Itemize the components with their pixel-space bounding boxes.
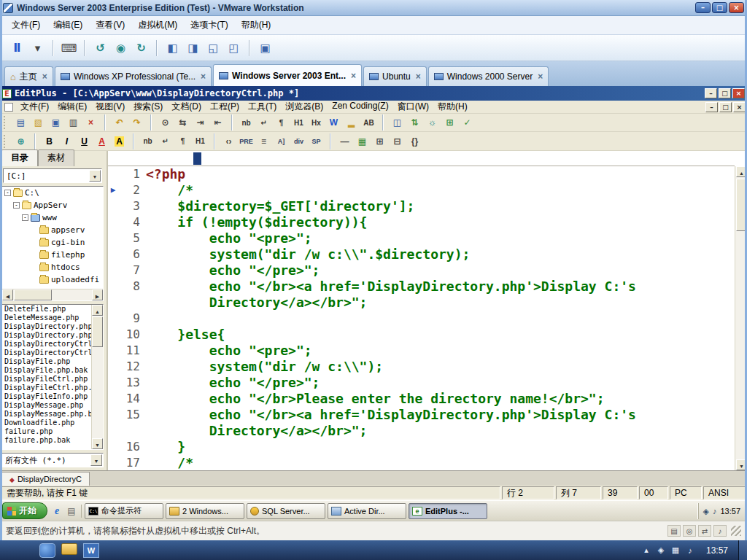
tree-expander-icon[interactable]: -: [4, 190, 11, 196]
host-start-button[interactable]: [39, 543, 55, 558]
resize-grip[interactable]: [731, 526, 741, 536]
mdi-restore-button[interactable]: [719, 102, 732, 112]
file-item[interactable]: DisplayMessage.php.b: [2, 410, 91, 419]
editor-vertical-scrollbar[interactable]: [735, 166, 747, 470]
tab-close-icon[interactable]: ×: [536, 71, 543, 82]
task-command-prompt[interactable]: C:\ 命令提示符: [85, 503, 163, 519]
italic-icon[interactable]: I: [58, 133, 75, 149]
editplus-menu-item[interactable]: 编辑(E): [53, 100, 91, 114]
cdrom-device-icon[interactable]: ◎: [683, 525, 696, 537]
mdi-close-button[interactable]: [733, 102, 746, 112]
tree-item[interactable]: appserv: [2, 224, 103, 236]
replace-icon[interactable]: ⇆: [174, 115, 191, 131]
close-file-icon[interactable]: ×: [82, 115, 99, 131]
mdi-minimize-button[interactable]: [705, 102, 718, 112]
code-area[interactable]: 1 <?php 2 /* 3 $directory=$_GET['directo…: [108, 166, 735, 470]
task-sql-server[interactable]: SQL Server...: [247, 503, 325, 519]
pre-tag-icon[interactable]: PRE: [238, 133, 255, 149]
nbsp-icon[interactable]: nb: [238, 115, 255, 131]
file-item[interactable]: failure.php: [2, 427, 91, 436]
tab-close-icon[interactable]: ×: [349, 71, 356, 81]
file-list-scrollbar[interactable]: [91, 305, 103, 449]
host-explorer-icon[interactable]: [61, 543, 77, 555]
scrollbar-thumb[interactable]: [736, 179, 747, 231]
font-color-icon[interactable]: A: [93, 133, 110, 149]
nbsp-tag-icon[interactable]: nb: [139, 133, 156, 149]
file-item[interactable]: DisplayFileInfo.php: [2, 392, 91, 401]
network-device-icon[interactable]: ⇄: [698, 525, 711, 537]
tree-item[interactable]: htdocs: [2, 261, 103, 273]
host-volume-icon[interactable]: ♪: [684, 543, 696, 558]
tree-item[interactable]: - www: [2, 211, 103, 224]
scroll-left-icon[interactable]: [2, 289, 13, 300]
hr-tag-icon[interactable]: —: [336, 133, 353, 149]
host-security-icon[interactable]: ◈: [655, 543, 667, 558]
tab-ubuntu[interactable]: Ubuntu ×: [363, 66, 427, 86]
script-tag-icon[interactable]: {}: [406, 133, 423, 149]
file-item[interactable]: DisplayDirectoryCtrl: [2, 340, 91, 349]
show-sidebar-button[interactable]: ◧: [163, 39, 182, 58]
editplus-menu-item[interactable]: 视图(V): [91, 100, 129, 114]
spell-check-icon[interactable]: AB: [360, 115, 377, 131]
scrollbar-thumb[interactable]: [14, 289, 52, 300]
editplus-menu-item[interactable]: Zen Coding(Z): [328, 100, 392, 114]
host-network-icon[interactable]: ▦: [670, 543, 681, 558]
tree-item[interactable]: cgi-bin: [2, 236, 103, 249]
suspend-button[interactable]: Ⅱ: [7, 39, 27, 58]
tab-directory[interactable]: 目录: [1, 149, 38, 166]
file-item[interactable]: DeleteMessage.php: [2, 314, 91, 322]
highlight-icon[interactable]: ▂: [343, 115, 360, 131]
scroll-right-icon[interactable]: [92, 289, 103, 300]
editplus-menu-item[interactable]: 文档(D): [167, 100, 206, 114]
font-tag-icon[interactable]: A]: [273, 133, 290, 149]
file-item[interactable]: failure.php.bak: [2, 436, 91, 445]
show-desktop-icon[interactable]: ▤: [65, 505, 78, 518]
undo-icon[interactable]: ↶: [111, 115, 128, 131]
fullscreen-button[interactable]: ◱: [204, 39, 223, 58]
check-icon[interactable]: ✓: [459, 115, 476, 131]
comment-tag-icon[interactable]: ‹›: [220, 133, 237, 149]
redo-icon[interactable]: ↷: [128, 115, 145, 131]
fullscreen-toggle-icon[interactable]: ◫: [389, 115, 406, 131]
search-icon[interactable]: ⊙: [157, 115, 174, 131]
file-item[interactable]: DisplayDirectoryCtrl: [2, 349, 91, 357]
scroll-down-icon[interactable]: [736, 459, 747, 470]
snapshot-revert-button[interactable]: ↺: [90, 39, 110, 58]
editplus-menu-item[interactable]: 帮助(H): [433, 100, 472, 114]
editplus-close-button[interactable]: [732, 88, 745, 98]
save-icon[interactable]: ▣: [47, 115, 64, 131]
hex-view-icon[interactable]: Hx: [308, 115, 325, 131]
editplus-menu-item[interactable]: 浏览器(B): [281, 100, 328, 114]
editplus-menu-item[interactable]: 工程(P): [206, 100, 244, 114]
tab-cliptext[interactable]: 素材: [38, 149, 74, 166]
file-item[interactable]: DisplayMessage.php: [2, 401, 91, 410]
tree-item[interactable]: - AppServ: [2, 199, 103, 211]
tab-windows-2000-server[interactable]: Windows 2000 Server ×: [428, 66, 549, 86]
vm-tray-volume-icon[interactable]: ♪: [713, 506, 717, 516]
tab-windows-xp-professional[interactable]: Windows XP Professional (Te... ×: [55, 66, 212, 86]
task-active-directory[interactable]: Active Dir...: [328, 503, 406, 519]
vmware-menu-item[interactable]: 虚拟机(M): [132, 17, 183, 34]
show-desktop-strip[interactable]: [738, 540, 747, 560]
tree-expander-icon[interactable]: -: [13, 202, 20, 209]
highlight-color-icon[interactable]: A: [111, 133, 128, 149]
editplus-menu-item[interactable]: 窗口(W): [393, 100, 433, 114]
file-item[interactable]: DisplayFileCtrl.php.: [2, 384, 91, 392]
sound-device-icon[interactable]: ♪: [713, 525, 727, 537]
soft-break-icon[interactable]: ↵: [255, 115, 272, 131]
file-item[interactable]: DisplayDirectory.php: [2, 331, 91, 340]
tree-item[interactable]: filephp: [2, 249, 103, 261]
tab-close-icon[interactable]: ×: [414, 71, 421, 82]
scroll-down-icon[interactable]: [92, 438, 103, 449]
indent-icon[interactable]: ⇥: [192, 115, 209, 131]
file-item[interactable]: DisplayFile.php.bak: [2, 366, 91, 375]
tree-expander-icon[interactable]: -: [22, 214, 28, 221]
tools-icon[interactable]: ☼: [424, 115, 441, 131]
file-item[interactable]: DisplayDirectory.php: [2, 322, 91, 331]
bold-icon[interactable]: B: [41, 133, 58, 149]
div-tag-icon[interactable]: div: [290, 133, 307, 149]
tab-home[interactable]: 主页 ×: [4, 66, 53, 86]
hdd-device-icon[interactable]: ▤: [667, 525, 681, 537]
file-item[interactable]: DisplayFile.php: [2, 357, 91, 366]
form-tag-icon[interactable]: ⊟: [389, 133, 406, 149]
